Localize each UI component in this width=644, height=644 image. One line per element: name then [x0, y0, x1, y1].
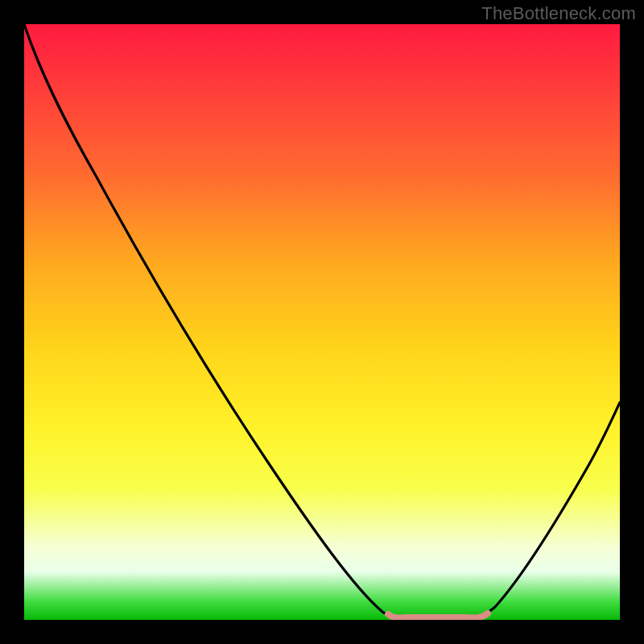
- plot-area: [24, 24, 620, 620]
- bottleneck-curve: [24, 24, 620, 617]
- watermark-text: TheBottleneck.com: [481, 3, 636, 24]
- chart-frame: TheBottleneck.com: [0, 0, 644, 644]
- curve-layer: [24, 24, 620, 620]
- optimal-zone-marker: [388, 613, 488, 618]
